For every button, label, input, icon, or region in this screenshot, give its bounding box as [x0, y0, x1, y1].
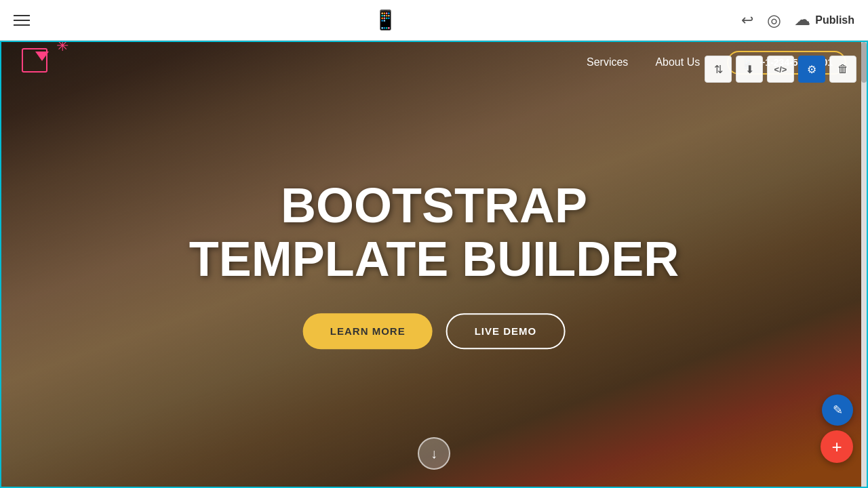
toolbar-left — [14, 15, 30, 26]
live-demo-button[interactable]: LIVE DEMO — [446, 314, 566, 350]
logo: ✳ — [22, 48, 59, 77]
hero-buttons: LEARN MORE LIVE DEMO — [88, 314, 781, 350]
nav-services[interactable]: Services — [587, 56, 628, 68]
logo-sun-rays: ✳ — [56, 42, 68, 54]
toolbar-center: 📱 — [374, 9, 397, 31]
top-toolbar: 📱 ↩ ◎ ☁ Publish — [0, 0, 868, 41]
hero-title-line1: BOOTSTRAP — [88, 179, 781, 232]
hero-section: ✳ Services About Us 📱 +1-234-567-8901 ⇅ — [1, 42, 867, 487]
logo-rect — [22, 48, 47, 73]
undo-icon[interactable]: ↩ — [741, 12, 753, 29]
toolbar-right: ↩ ◎ ☁ Publish — [741, 11, 854, 30]
hero-title: BOOTSTRAP TEMPLATE BUILDER — [88, 179, 781, 286]
plus-icon: + — [831, 436, 842, 458]
publish-button[interactable]: ☁ Publish — [795, 12, 854, 29]
download-icon: ⬇ — [745, 63, 754, 76]
scroll-down-arrow: ↓ — [431, 446, 437, 462]
trash-icon: 🗑 — [837, 63, 848, 75]
code-icon: </> — [774, 64, 787, 75]
scrollbar-track — [861, 42, 867, 487]
canvas-inner: ✳ Services About Us 📱 +1-234-567-8901 ⇅ — [0, 41, 868, 488]
add-fab-button[interactable]: + — [821, 430, 853, 463]
hamburger-menu[interactable] — [14, 15, 30, 26]
download-button[interactable]: ⬇ — [736, 56, 763, 83]
edit-fab-button[interactable]: ✎ — [822, 394, 853, 426]
sort-button[interactable]: ⇅ — [705, 56, 732, 83]
section-toolbar: ⇅ ⬇ </> ⚙ 🗑 — [705, 56, 856, 83]
nav-about[interactable]: About Us — [655, 56, 700, 68]
hamburger-line — [14, 20, 30, 21]
hero-content: BOOTSTRAP TEMPLATE BUILDER LEARN MORE LI… — [88, 179, 781, 349]
canvas: ✳ Services About Us 📱 +1-234-567-8901 ⇅ — [0, 41, 868, 488]
sort-icon: ⇅ — [714, 63, 723, 76]
settings-button[interactable]: ⚙ — [798, 56, 825, 83]
scroll-down-button[interactable]: ↓ — [418, 437, 450, 470]
delete-button[interactable]: 🗑 — [829, 56, 856, 83]
settings-icon: ⚙ — [807, 63, 816, 76]
hamburger-line — [14, 15, 30, 16]
logo-icon: ✳ — [22, 48, 59, 77]
publish-label: Publish — [815, 14, 854, 26]
preview-icon[interactable]: ◎ — [767, 11, 781, 30]
cloud-upload-icon: ☁ — [795, 12, 810, 29]
mobile-preview-icon[interactable]: 📱 — [374, 9, 397, 31]
code-button[interactable]: </> — [767, 56, 794, 83]
hamburger-line — [14, 24, 30, 26]
learn-more-button[interactable]: LEARN MORE — [303, 314, 433, 350]
hero-title-line2: TEMPLATE BUILDER — [88, 233, 781, 287]
pencil-icon: ✎ — [833, 403, 843, 418]
